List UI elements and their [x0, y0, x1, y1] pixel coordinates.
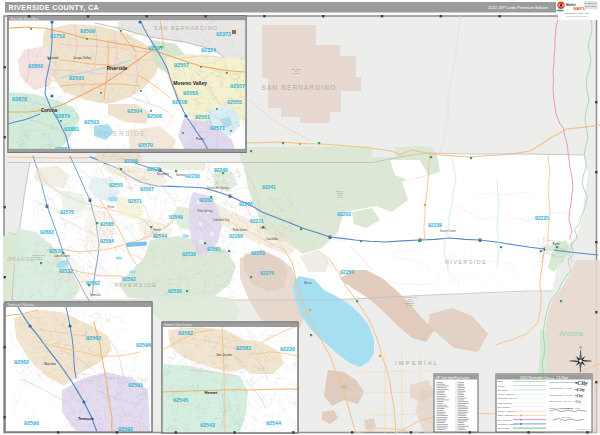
- svg-text:Temecula / Murrieta: Temecula / Murrieta: [8, 303, 35, 307]
- svg-text:92553: 92553: [183, 90, 198, 96]
- svg-text:Indio: Indio: [260, 226, 266, 230]
- svg-text:92571: 92571: [128, 198, 142, 204]
- svg-text:92276: 92276: [239, 201, 253, 207]
- svg-text:Secondary Streets: Secondary Streets: [498, 397, 518, 400]
- svg-text:92596: 92596: [136, 342, 151, 348]
- svg-text:Arizona: Arizona: [559, 330, 583, 337]
- svg-text:Cities 100,000 and Above: Cities 100,000 and Above: [549, 381, 577, 384]
- svg-text:92555: 92555: [109, 182, 123, 188]
- svg-text:Moreno Valley: Moreno Valley: [173, 80, 207, 86]
- svg-text:Corona: Corona: [41, 108, 58, 113]
- svg-text:Jurupa Valley: Jurupa Valley: [73, 56, 91, 60]
- svg-text:•City: •City: [575, 387, 586, 392]
- svg-text:•City: •City: [575, 400, 582, 404]
- svg-text:92239: 92239: [428, 222, 442, 228]
- svg-text:92883: 92883: [40, 229, 54, 235]
- svg-text:Riverside: Riverside: [107, 66, 128, 71]
- svg-text:92555: 92555: [227, 99, 242, 105]
- svg-text:92592: 92592: [118, 426, 133, 432]
- svg-text:SALES·MAP: SALES·MAP: [585, 2, 598, 4]
- svg-text:92399: 92399: [124, 158, 138, 164]
- svg-text:Hemet: Hemet: [153, 228, 161, 232]
- svg-text:MAPS: MAPS: [574, 6, 586, 11]
- svg-text:92253: 92253: [251, 250, 265, 256]
- svg-text:Palm Desert: Palm Desert: [233, 228, 248, 232]
- svg-text:92584: 92584: [100, 238, 114, 244]
- svg-text:91752: 91752: [50, 33, 65, 39]
- svg-text:92551: 92551: [195, 114, 210, 120]
- svg-text:92532: 92532: [59, 268, 73, 274]
- svg-text:RIVERSIDE: RIVERSIDE: [114, 282, 157, 288]
- svg-text:92563: 92563: [86, 335, 101, 341]
- svg-text:92591: 92591: [128, 382, 143, 388]
- svg-text:92373: 92373: [216, 31, 231, 37]
- svg-text:County: County: [498, 385, 506, 388]
- svg-text:Mecca: Mecca: [304, 281, 312, 285]
- svg-text:92262: 92262: [199, 197, 213, 203]
- svg-text:Temecula: Temecula: [89, 293, 101, 297]
- svg-text:92557: 92557: [230, 83, 245, 89]
- svg-text:92225: 92225: [535, 215, 549, 221]
- svg-text:ORANGE: ORANGE: [7, 256, 35, 262]
- svg-text:92240: 92240: [214, 167, 228, 173]
- svg-text:92274: 92274: [260, 270, 274, 276]
- svg-text:92544: 92544: [153, 233, 167, 239]
- svg-text:RIVERSIDE: RIVERSIDE: [98, 130, 146, 137]
- svg-text:2022 ZIP Code Premium Edition: 2022 ZIP Code Premium Edition: [488, 5, 549, 10]
- svg-text:Perris: Perris: [108, 205, 115, 209]
- svg-text:US Highways: US Highways: [498, 419, 513, 422]
- svg-text:Lake Elsinore: Lake Elsinore: [54, 254, 70, 258]
- svg-text:92567: 92567: [140, 186, 154, 192]
- svg-text:92582: 92582: [178, 330, 193, 336]
- svg-text:92585: 92585: [100, 221, 114, 227]
- svg-text:Hemet / San Jacinto: Hemet / San Jacinto: [165, 323, 192, 327]
- svg-text:92557: 92557: [174, 62, 189, 68]
- svg-text:RIVERSIDE: RIVERSIDE: [445, 259, 487, 265]
- svg-text:92571: 92571: [210, 125, 225, 131]
- svg-text:0 3 6 KM: 0 3 6 KM: [562, 416, 571, 418]
- svg-text:Minor Streets: Minor Streets: [498, 402, 513, 405]
- svg-text:92878: 92878: [12, 96, 27, 102]
- svg-text:Cities by Pop.: Cities by Pop.: [549, 376, 563, 378]
- svg-text:DataMaps • Local • USA: DataMaps • Local • USA: [565, 12, 590, 14]
- svg-text:92545: 92545: [173, 397, 188, 403]
- svg-text:92509: 92509: [80, 28, 95, 34]
- svg-text:State: State: [498, 380, 504, 383]
- svg-text:Blythe: Blythe: [552, 242, 560, 246]
- svg-text:IMPERIAL: IMPERIAL: [395, 360, 439, 366]
- svg-text:92220: 92220: [147, 166, 161, 172]
- svg-text:92230: 92230: [186, 173, 200, 179]
- svg-text:92881: 92881: [64, 126, 79, 132]
- svg-text:92570: 92570: [60, 209, 74, 215]
- svg-text:Perris: Perris: [196, 137, 204, 141]
- svg-text:92583: 92583: [236, 345, 251, 351]
- svg-text:92592: 92592: [122, 276, 136, 282]
- svg-text:92570: 92570: [138, 142, 153, 148]
- svg-text:Desert Center: Desert Center: [440, 229, 456, 233]
- svg-text:92543: 92543: [200, 422, 215, 428]
- svg-text:ZIP Code Index/Post Locator: ZIP Code Index/Post Locator: [436, 376, 469, 380]
- svg-text:92503: 92503: [84, 119, 99, 125]
- svg-text:92220: 92220: [280, 346, 295, 352]
- svg-text:92549: 92549: [169, 214, 183, 220]
- svg-text:Desert Hot Springs: Desert Hot Springs: [207, 186, 230, 190]
- svg-text:92260: 92260: [229, 233, 243, 239]
- svg-text:Temecula: Temecula: [78, 417, 94, 421]
- svg-text:Cities 50,000 - 99,999: Cities 50,000 - 99,999: [549, 387, 573, 390]
- svg-text:www.marketmaps.com: www.marketmaps.com: [567, 15, 588, 17]
- svg-text:Cities 25,000 - 49,999: Cities 25,000 - 49,999: [549, 394, 573, 397]
- svg-text:92324: 92324: [201, 47, 216, 53]
- svg-text:92241: 92241: [262, 184, 276, 190]
- svg-text:Beaumont: Beaumont: [157, 172, 169, 176]
- svg-text:92505: 92505: [69, 75, 84, 81]
- svg-text:0 2.5 5 Miles: 0 2.5 5 Miles: [560, 407, 573, 409]
- svg-text:SAN BERNARDINO: SAN BERNARDINO: [154, 25, 218, 31]
- svg-text:DATA·INFO: DATA·INFO: [585, 5, 596, 7]
- svg-text:Riverside Metro Area: Riverside Metro Area: [11, 17, 39, 21]
- svg-text:Murrieta: Murrieta: [44, 362, 56, 366]
- svg-text:Banning: Banning: [176, 173, 186, 177]
- svg-text:Toll Roads: Toll Roads: [498, 427, 510, 430]
- svg-text:San Jacinto: San Jacinto: [216, 353, 232, 357]
- svg-text:Cities 5,000 - 24,999: Cities 5,000 - 24,999: [549, 400, 572, 403]
- svg-text:Primary Streets: Primary Streets: [498, 393, 515, 396]
